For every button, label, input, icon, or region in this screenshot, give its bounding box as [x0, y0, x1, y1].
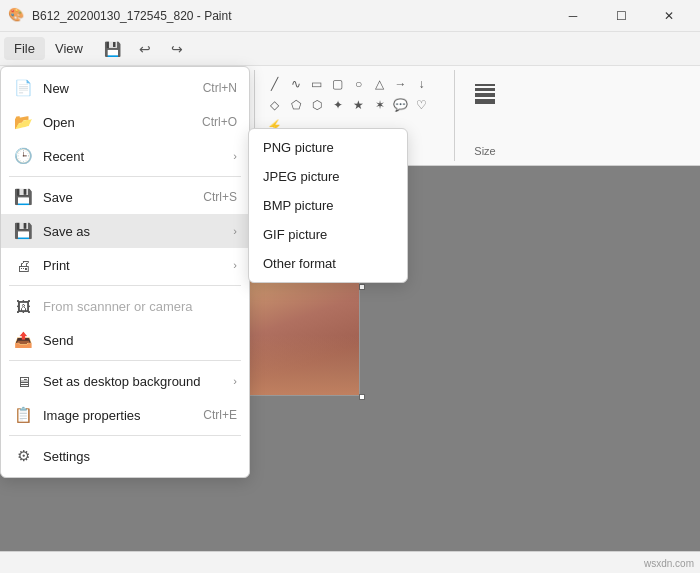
recent-arrow: › — [233, 150, 237, 162]
menu-item-scan: 🖼 From scannner or camera — [1, 289, 249, 323]
menu-item-recent[interactable]: 🕒 Recent › — [1, 139, 249, 173]
menu-bar-actions: 💾 ↩ ↪ — [99, 35, 191, 63]
watermark: wsxdn.com — [644, 558, 694, 569]
menu-item-scan-label: From scannner or camera — [43, 299, 237, 314]
desktop-icon: 🖥 — [13, 371, 33, 391]
separator-3 — [9, 360, 241, 361]
maximize-button[interactable]: ☐ — [598, 0, 644, 32]
undo-icon[interactable]: ↩ — [131, 35, 159, 63]
print-icon: 🖨 — [13, 255, 33, 275]
scan-icon: 🖼 — [13, 296, 33, 316]
save-icon[interactable]: 💾 — [99, 35, 127, 63]
saveas-bmp[interactable]: BMP picture — [249, 191, 407, 220]
desktop-arrow: › — [233, 375, 237, 387]
menu-item-new-label: New — [43, 81, 191, 96]
open-icon: 📂 — [13, 112, 33, 132]
properties-icon: 📋 — [13, 405, 33, 425]
size-selector[interactable] — [473, 74, 497, 114]
menu-item-properties[interactable]: 📋 Image properties Ctrl+E — [1, 398, 249, 432]
shape-diamond[interactable]: ◇ — [265, 95, 285, 115]
file-menu: 📄 New Ctrl+N 📂 Open Ctrl+O 🕒 Recent › 💾 … — [0, 66, 250, 478]
size-label: Size — [474, 145, 495, 157]
menu-item-send[interactable]: 📤 Send — [1, 323, 249, 357]
shape-triangle[interactable]: △ — [370, 74, 390, 94]
shape-ellipse[interactable]: ○ — [349, 74, 369, 94]
shape-star6[interactable]: ✶ — [370, 95, 390, 115]
menu-item-open[interactable]: 📂 Open Ctrl+O — [1, 105, 249, 139]
menu-item-send-label: Send — [43, 333, 237, 348]
saveas-other[interactable]: Other format — [249, 249, 407, 278]
close-button[interactable]: ✕ — [646, 0, 692, 32]
menu-file[interactable]: File — [4, 37, 45, 60]
saveas-jpeg[interactable]: JPEG picture — [249, 162, 407, 191]
menu-item-saveas[interactable]: 💾 Save as › — [1, 214, 249, 248]
menu-item-new-shortcut: Ctrl+N — [203, 81, 237, 95]
shape-rect[interactable]: ▭ — [307, 74, 327, 94]
app-icon: 🎨 — [8, 7, 26, 25]
redo-icon[interactable]: ↪ — [163, 35, 191, 63]
separator-2 — [9, 285, 241, 286]
shape-diagonal[interactable]: ╱ — [265, 74, 285, 94]
menu-item-settings-label: Settings — [43, 449, 237, 464]
saveas-arrow: › — [233, 225, 237, 237]
saveas-png[interactable]: PNG picture — [249, 133, 407, 162]
shape-arrow-right[interactable]: → — [391, 74, 411, 94]
new-icon: 📄 — [13, 78, 33, 98]
shape-pentagon[interactable]: ⬠ — [286, 95, 306, 115]
shape-star4[interactable]: ✦ — [328, 95, 348, 115]
menu-item-print[interactable]: 🖨 Print › — [1, 248, 249, 282]
save-menu-icon: 💾 — [13, 187, 33, 207]
menu-item-new[interactable]: 📄 New Ctrl+N — [1, 71, 249, 105]
menu-item-desktop[interactable]: 🖥 Set as desktop background › — [1, 364, 249, 398]
shape-heart[interactable]: ♡ — [412, 95, 432, 115]
menu-item-settings[interactable]: ⚙ Settings — [1, 439, 249, 473]
shape-star5[interactable]: ★ — [349, 95, 369, 115]
shape-hexagon[interactable]: ⬡ — [307, 95, 327, 115]
minimize-button[interactable]: ─ — [550, 0, 596, 32]
saveas-submenu: PNG picture JPEG picture BMP picture GIF… — [248, 128, 408, 283]
recent-icon: 🕒 — [13, 146, 33, 166]
shape-curve[interactable]: ∿ — [286, 74, 306, 94]
menu-bar: File View 💾 ↩ ↪ — [0, 32, 700, 66]
separator-1 — [9, 176, 241, 177]
settings-icon: ⚙ — [13, 446, 33, 466]
menu-item-open-label: Open — [43, 115, 190, 130]
menu-item-open-shortcut: Ctrl+O — [202, 115, 237, 129]
menu-item-desktop-label: Set as desktop background — [43, 374, 233, 389]
menu-item-properties-shortcut: Ctrl+E — [203, 408, 237, 422]
shape-callout[interactable]: 💬 — [391, 95, 411, 115]
send-icon: 📤 — [13, 330, 33, 350]
shape-arrow-down[interactable]: ↓ — [412, 74, 432, 94]
menu-item-save[interactable]: 💾 Save Ctrl+S — [1, 180, 249, 214]
menu-item-save-label: Save — [43, 190, 191, 205]
title-bar: 🎨 B612_20200130_172545_820 - Paint ─ ☐ ✕ — [0, 0, 700, 32]
separator-4 — [9, 435, 241, 436]
watermark-text: wsxdn.com — [644, 558, 694, 569]
saveas-gif[interactable]: GIF picture — [249, 220, 407, 249]
menu-view[interactable]: View — [45, 37, 93, 60]
status-bar — [0, 551, 700, 573]
canvas-handle-bottom-right[interactable] — [359, 394, 365, 400]
ribbon-size-section: Size — [455, 70, 515, 161]
menu-item-print-label: Print — [43, 258, 233, 273]
menu-item-save-shortcut: Ctrl+S — [203, 190, 237, 204]
title-bar-text: B612_20200130_172545_820 - Paint — [32, 9, 232, 23]
saveas-icon: 💾 — [13, 221, 33, 241]
menu-item-recent-label: Recent — [43, 149, 233, 164]
canvas-handle-right[interactable] — [359, 284, 365, 290]
menu-item-properties-label: Image properties — [43, 408, 191, 423]
menu-item-saveas-label: Save as — [43, 224, 233, 239]
print-arrow: › — [233, 259, 237, 271]
title-bar-controls: ─ ☐ ✕ — [550, 0, 692, 32]
shapes-group: ╱ ∿ ▭ ▢ ○ △ → ↓ ◇ ⬠ ⬡ ✦ ★ ✶ 💬 ♡ ⚡ — [265, 74, 445, 136]
size-group — [473, 74, 497, 145]
shape-rounded-rect[interactable]: ▢ — [328, 74, 348, 94]
